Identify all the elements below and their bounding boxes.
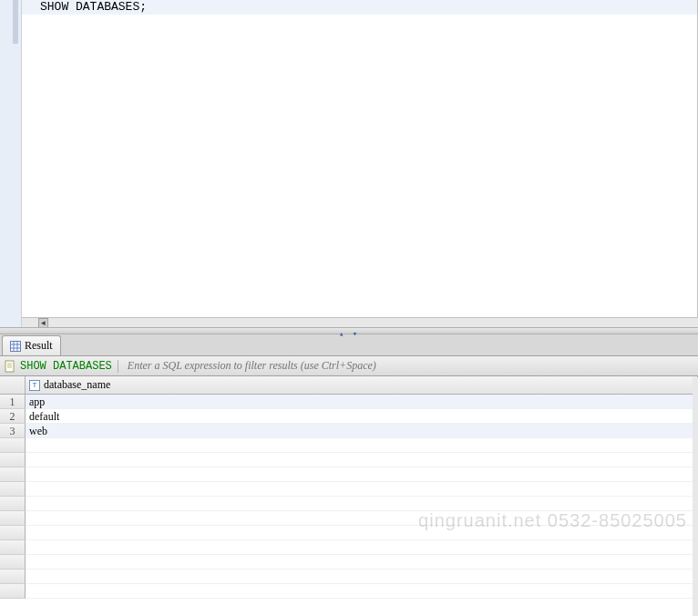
table-row[interactable]: 3 web [0,424,698,438]
empty-row [0,584,698,599]
text-type-icon: T [29,380,40,391]
vertical-scrollbar[interactable] [693,377,698,616]
empty-row [0,540,698,555]
results-toolbar: SHOW DATABASES [0,356,698,376]
editor-line[interactable]: SHOW DATABASES; [22,0,697,15]
sql-keyword: SHOW DATABASES [40,0,139,14]
empty-row [0,467,698,482]
table-row[interactable]: 1 app [0,395,698,409]
empty-row [0,482,698,497]
filter-input[interactable] [122,359,694,373]
svg-rect-5 [5,361,14,372]
sql-semicolon: ; [139,0,147,14]
data-cell[interactable]: default [26,409,698,424]
rownum-cell[interactable]: 3 [0,424,26,438]
results-grid: T database_name 1 app 2 default 3 web [0,376,698,616]
rownum-header[interactable] [0,376,26,394]
gutter-marker [13,0,18,44]
pane-splitter[interactable]: ▴ ▾ [0,327,698,334]
column-header-database-name[interactable]: T database_name [26,376,698,394]
document-icon [4,360,16,373]
editor-gutter [0,0,22,327]
editor-horizontal-scrollbar[interactable]: ◄ [22,317,698,327]
empty-row [0,555,698,570]
tab-label: Result [25,339,53,353]
editor-content[interactable]: SHOW DATABASES; [22,0,698,327]
tab-result[interactable]: Result [2,335,61,355]
column-header-label: database_name [44,378,110,392]
empty-row [0,570,698,584]
table-row[interactable]: 2 default [0,409,698,424]
svg-rect-0 [11,341,21,351]
rownum-cell[interactable]: 2 [0,409,26,424]
empty-row [0,526,698,540]
data-cell[interactable]: web [26,424,698,438]
empty-row [0,453,698,467]
grid-icon [10,341,21,352]
empty-row [0,511,698,526]
sql-editor-pane: SHOW DATABASES; ◄ [0,0,698,327]
grid-header-row: T database_name [0,376,698,395]
data-cell[interactable]: app [26,395,698,409]
splitter-handle-icon: ▴ ▾ [339,329,359,339]
empty-row [0,497,698,511]
rownum-cell[interactable]: 1 [0,395,26,409]
empty-row [0,438,698,453]
executed-sql-label: SHOW DATABASES [20,360,118,373]
